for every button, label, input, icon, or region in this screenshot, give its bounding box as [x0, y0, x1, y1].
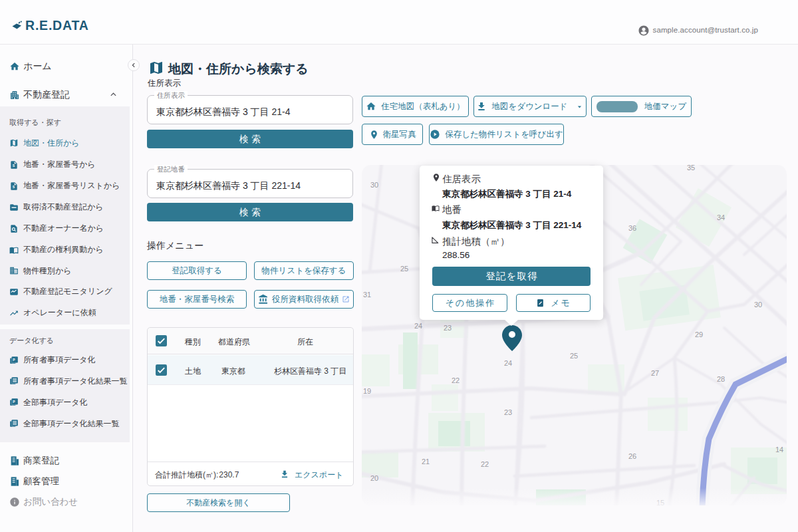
svg-text:28: 28	[717, 375, 725, 383]
svg-text:23: 23	[444, 324, 452, 332]
svg-text:20: 20	[370, 474, 378, 482]
svg-text:31: 31	[363, 291, 371, 299]
svg-text:30: 30	[370, 181, 378, 189]
svg-text:24: 24	[414, 322, 422, 330]
svg-text:26: 26	[628, 452, 636, 460]
svg-text:27: 27	[651, 369, 659, 377]
svg-text:S: S	[13, 163, 15, 167]
svg-text:25: 25	[400, 265, 408, 273]
svg-text:22: 22	[452, 376, 460, 384]
svg-text:23: 23	[504, 408, 512, 416]
svg-text:29: 29	[695, 331, 703, 338]
svg-text:36: 36	[628, 224, 636, 232]
svg-text:19: 19	[363, 387, 371, 395]
svg-text:14: 14	[775, 446, 783, 454]
svg-text:S: S	[13, 184, 15, 188]
svg-text:22: 22	[481, 460, 489, 468]
svg-text:30: 30	[754, 301, 762, 309]
svg-text:24: 24	[504, 359, 512, 367]
svg-text:34: 34	[717, 213, 725, 221]
svg-text:25: 25	[570, 352, 578, 360]
svg-text:35: 35	[687, 165, 695, 172]
svg-text:21: 21	[422, 458, 430, 466]
